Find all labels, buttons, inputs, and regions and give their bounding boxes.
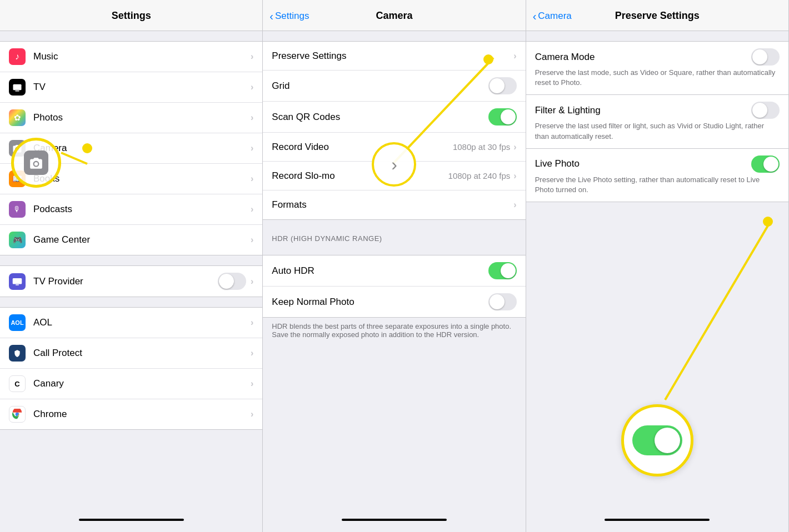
preserve-back-button[interactable]: ‹ Camera (533, 11, 572, 22)
recordvideo-chevron: › (513, 142, 516, 152)
chrome-label: Chrome (33, 409, 251, 420)
preserve-back-chevron-icon: ‹ (533, 11, 537, 22)
svg-rect-1 (15, 91, 19, 92)
tv-icon (9, 79, 26, 96)
keepnormal-label: Keep Normal Photo (272, 297, 488, 308)
preserve-header: ‹ Camera Preserve Settings (526, 0, 788, 31)
camera-panel: ‹ Settings Camera Preserve Settings › Gr… (263, 0, 526, 532)
cameramode-toggle[interactable] (751, 48, 780, 66)
camera-item-autohdr[interactable]: Auto HDR (263, 255, 525, 287)
settings-item-photos[interactable]: ✿ Photos › (0, 103, 262, 133)
hdr-section-header: HDR (HIGH DYNAMIC RANGE) (263, 230, 525, 245)
livephoto-desc: Preserve the Live Photo setting, rather … (535, 175, 780, 195)
settings-item-chrome[interactable]: Chrome › (0, 399, 262, 429)
camera-back-label: Settings (275, 11, 309, 22)
settings-item-tv[interactable]: TV › (0, 72, 262, 103)
photos-icon: ✿ (9, 109, 26, 126)
gamecenter-chevron: › (251, 235, 253, 245)
formats-label: Formats (272, 199, 513, 210)
callprotect-icon (9, 345, 26, 362)
books-chevron: › (251, 174, 253, 184)
filterlighting-desc: Preserve the last used filter or light, … (535, 121, 780, 141)
canary-chevron: › (251, 379, 253, 389)
camera-item-recordvideo[interactable]: Record Video 1080p at 30 fps › (263, 133, 525, 162)
settings-item-music[interactable]: ♪ Music › (0, 42, 262, 72)
hdr-section: Auto HDR Keep Normal Photo (263, 255, 525, 318)
tvprovider-label: TV Provider (33, 276, 218, 287)
hdr-desc: HDR blends the best parts of three separ… (263, 318, 525, 345)
cameramode-desc: Preserve the last mode, such as Video or… (535, 68, 780, 88)
camera-back-button[interactable]: ‹ Settings (269, 11, 309, 22)
chrome-chevron: › (251, 409, 253, 419)
settings-item-canary[interactable]: C Canary › (0, 369, 262, 399)
chrome-icon (9, 406, 26, 423)
camera-content: Preserve Settings › Grid Scan QR Codes (263, 31, 525, 510)
livephoto-label: Live Photo (535, 158, 580, 169)
preserve-settings-group: Camera Mode Preserve the last mode, such… (526, 41, 788, 202)
preserve-item-livephoto[interactable]: Live Photo Preserve the Live Photo setti… (526, 149, 788, 202)
grid-label: Grid (272, 81, 488, 92)
aol-label: AOL (33, 317, 251, 328)
preserve-label: Preserve Settings (272, 51, 513, 62)
camera-item-recordslomo[interactable]: Record Slo-mo 1080p at 240 fps › (263, 162, 525, 190)
camera-chevron: › (251, 143, 253, 153)
tvprovider-toggle[interactable] (218, 273, 246, 290)
gamecenter-icon: 🎮 (9, 232, 26, 248)
panel2-footer (263, 510, 525, 532)
autohdr-label: Auto HDR (272, 265, 488, 277)
music-chevron: › (251, 52, 253, 62)
recordslomo-chevron: › (513, 171, 516, 181)
podcasts-icon: 🎙 (9, 201, 26, 218)
canary-label: Canary (33, 378, 251, 389)
livephoto-toggle[interactable] (751, 155, 780, 173)
camera-item-keepnormal[interactable]: Keep Normal Photo (263, 287, 525, 317)
aol-icon: AOL (9, 314, 26, 331)
camera-item-preserve[interactable]: Preserve Settings › (263, 42, 525, 71)
books-label: Books (33, 173, 251, 184)
settings-title: Settings (112, 10, 151, 22)
svg-rect-4 (16, 284, 19, 285)
keepnormal-toggle[interactable] (488, 293, 517, 310)
settings-section-1: ♪ Music › TV › ✿ Photos › (0, 41, 262, 255)
recordvideo-label: Record Video (272, 142, 453, 153)
cameramode-label: Camera Mode (535, 52, 595, 63)
camera-section-1: Preserve Settings › Grid Scan QR Codes (263, 41, 525, 220)
filterlighting-toggle[interactable] (751, 102, 780, 119)
canary-icon: C (9, 375, 26, 392)
scanqr-toggle[interactable] (488, 108, 517, 126)
preserve-item-filterlighting[interactable]: Filter & Lighting Preserve the last used… (526, 95, 788, 148)
settings-item-podcasts[interactable]: 🎙 Podcasts › (0, 194, 262, 225)
autohdr-toggle[interactable] (488, 262, 517, 279)
settings-item-aol[interactable]: AOL AOL › (0, 308, 262, 338)
home-indicator-2 (342, 519, 447, 521)
home-indicator-3 (605, 519, 710, 521)
home-indicator (79, 519, 184, 521)
settings-item-gamecenter[interactable]: 🎮 Game Center › (0, 225, 262, 255)
preserve-panel: ‹ Camera Preserve Settings Camera Mode P… (526, 0, 789, 532)
callprotect-chevron: › (251, 348, 253, 358)
preserve-item-cameramode[interactable]: Camera Mode Preserve the last mode, such… (526, 42, 788, 95)
preserve-back-label: Camera (538, 11, 571, 22)
settings-item-tvprovider[interactable]: TV Provider › (0, 266, 262, 297)
recordslomo-value: 1080p at 240 fps (448, 171, 511, 180)
camera-item-grid[interactable]: Grid (263, 71, 525, 102)
music-label: Music (33, 51, 251, 62)
settings-header: Settings (0, 0, 262, 31)
camera-item-scanqr[interactable]: Scan QR Codes (263, 102, 525, 133)
svg-rect-0 (13, 84, 22, 91)
preserve-chevron: › (513, 51, 516, 61)
settings-section-3: AOL AOL › Call Protect › C Canary › (0, 307, 262, 430)
camera-item-formats[interactable]: Formats › (263, 190, 525, 219)
panel1-footer (0, 510, 262, 532)
settings-item-books[interactable]: 📖 Books › (0, 164, 262, 194)
back-chevron-icon: ‹ (269, 11, 273, 22)
settings-section-2: TV Provider › (0, 265, 262, 297)
tv-label: TV (33, 82, 251, 93)
filterlighting-label: Filter & Lighting (535, 105, 601, 116)
callprotect-label: Call Protect (33, 348, 251, 359)
settings-item-callprotect[interactable]: Call Protect › (0, 338, 262, 369)
settings-panel: Settings ♪ Music › TV › ✿ (0, 0, 263, 532)
camera-label: Camera (33, 143, 251, 154)
settings-item-camera[interactable]: Camera › (0, 133, 262, 164)
grid-toggle[interactable] (488, 77, 517, 94)
